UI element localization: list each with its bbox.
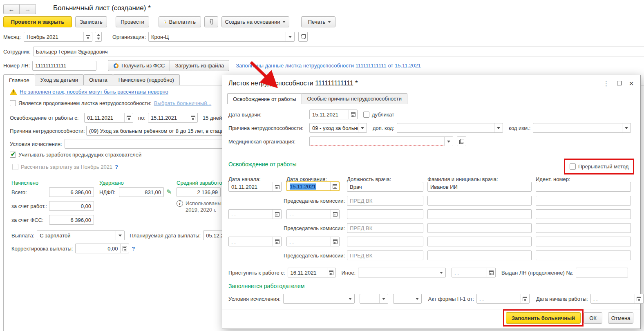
calc-cond-select-2[interactable] xyxy=(360,294,388,304)
payment-dropdown-button[interactable] xyxy=(116,231,124,240)
period2-end-field[interactable]: . . xyxy=(286,209,340,219)
prev-insurers-checkbox[interactable] xyxy=(10,152,16,158)
work-start-calendar[interactable] xyxy=(635,294,643,303)
adjustment-help[interactable]: ? xyxy=(132,246,135,252)
med-org-field[interactable] xyxy=(309,136,453,146)
filled-data-link[interactable]: Заполнены данные листка нетрудоспособнос… xyxy=(236,63,421,69)
resume-date-calendar[interactable] xyxy=(327,268,335,277)
ln-number-field[interactable]: 111111111111 xyxy=(32,61,96,71)
forward-button[interactable]: → xyxy=(20,4,36,14)
chairman1-position-field[interactable]: ПРЕД ВК xyxy=(347,196,423,206)
employer-part-field[interactable]: 0,00 xyxy=(49,201,94,211)
period2-start-field[interactable]: . . xyxy=(228,209,282,219)
period1-end-calendar[interactable] xyxy=(330,182,339,190)
dialog-more-button[interactable] xyxy=(603,81,610,87)
dialog-tab-exemption[interactable]: Освобождение от работы xyxy=(227,93,302,104)
other-select[interactable] xyxy=(358,268,446,277)
back-button[interactable]: ← xyxy=(3,4,20,14)
chairman1-ident-field[interactable] xyxy=(536,196,631,206)
organization-field[interactable]: Крон-Ц xyxy=(148,32,295,42)
chairman3-name-field[interactable] xyxy=(427,250,532,260)
tab-childcare[interactable]: Уход за детьми xyxy=(35,74,84,85)
period2-end-calendar[interactable] xyxy=(331,210,339,219)
ok-button[interactable]: ОК xyxy=(584,312,602,324)
fill-sickleave-button[interactable]: Заполнить больничный xyxy=(506,312,581,324)
period2-ident-field[interactable] xyxy=(536,209,631,219)
period3-ident-field[interactable] xyxy=(536,237,631,246)
med-org-open-button[interactable] xyxy=(457,136,466,146)
other-date-field[interactable]: . . xyxy=(452,268,496,277)
work-start-date-field[interactable]: . . xyxy=(590,294,644,304)
calc-cond-3-dropdown[interactable] xyxy=(413,294,421,303)
period3-start-calendar[interactable] xyxy=(273,237,281,246)
chairman2-name-field[interactable] xyxy=(427,223,532,233)
tab-payment[interactable]: Оплата xyxy=(83,74,113,85)
add-code-select[interactable] xyxy=(397,123,503,133)
continuation-checkbox[interactable] xyxy=(10,100,16,106)
intermittent-checkbox[interactable] xyxy=(570,163,576,170)
period2-start-calendar[interactable] xyxy=(273,210,281,219)
period1-doctor-field[interactable]: Иванов ИИ xyxy=(427,182,532,192)
warning-link[interactable]: Не заполнен стаж, пособия могут быть рас… xyxy=(20,89,168,95)
organization-open-button[interactable] xyxy=(298,32,308,42)
dlg-reason-select[interactable]: 09 - уход за больнь xyxy=(309,123,367,133)
organization-dropdown-button[interactable] xyxy=(286,32,294,41)
info-icon[interactable]: i xyxy=(177,200,183,207)
resume-date-field[interactable]: 16.11.2021 xyxy=(288,268,336,277)
period3-end-calendar[interactable] xyxy=(331,237,339,246)
month-stepper[interactable] xyxy=(95,32,102,42)
calc-salary-help[interactable]: ? xyxy=(115,164,118,170)
other-date-calendar[interactable] xyxy=(487,268,495,277)
other-dropdown[interactable] xyxy=(437,268,445,277)
total-field[interactable]: 6 396,00 xyxy=(49,187,94,197)
period3-position-field[interactable] xyxy=(347,237,423,246)
average-earnings-field[interactable]: 2 136,99 xyxy=(177,187,221,197)
period3-end-field[interactable]: . . xyxy=(286,237,340,246)
edit-pencil-icon[interactable]: ✎ xyxy=(166,189,172,195)
period1-end-field[interactable]: 15.11.2021 xyxy=(286,181,340,191)
calc-cond-select-3[interactable] xyxy=(393,294,422,304)
save-button[interactable]: Записать xyxy=(75,16,107,27)
period1-start-calendar[interactable] xyxy=(273,182,281,191)
exemption-to-field[interactable]: 15.11.2021 xyxy=(148,113,198,123)
dialog-close-button[interactable] xyxy=(629,81,634,86)
adjustment-calculator-button[interactable] xyxy=(120,244,129,253)
period2-doctor-field[interactable] xyxy=(427,209,532,219)
ndfl-field[interactable]: 831,00 xyxy=(119,187,164,197)
chairman3-position-field[interactable]: ПРЕД ВК xyxy=(347,250,423,260)
act-h1-date-field[interactable]: . . xyxy=(476,294,530,304)
calc-cond-2-dropdown[interactable] xyxy=(379,294,388,303)
dlg-reason-dropdown[interactable] xyxy=(358,123,367,132)
payment-select[interactable]: С зарплатой xyxy=(37,230,125,240)
post-button[interactable]: Провести xyxy=(116,16,149,27)
duplicate-checkbox[interactable] xyxy=(363,112,369,118)
get-from-fss-button[interactable]: Получить из ФСС xyxy=(108,60,170,71)
month-calendar-button[interactable] xyxy=(83,32,92,41)
tab-accrued-detail[interactable]: Начислено (подробно) xyxy=(113,74,180,85)
period3-doctor-field[interactable] xyxy=(427,237,532,246)
calc-cond-1-dropdown[interactable] xyxy=(346,294,354,303)
month-field[interactable]: Ноябрь 2021 xyxy=(24,32,92,42)
period2-position-field[interactable] xyxy=(347,209,423,219)
tab-main[interactable]: Главное xyxy=(3,74,35,85)
issue-date-calendar-button[interactable] xyxy=(349,110,357,119)
adjustment-field[interactable]: 0,00 xyxy=(75,244,129,253)
create-based-on-button[interactable]: Создать на основании xyxy=(221,16,289,27)
issue-date-field[interactable]: 15.11.2021 xyxy=(309,110,358,119)
code-change-select[interactable] xyxy=(533,123,631,133)
exemption-from-field[interactable]: 01.11.2021 xyxy=(84,113,133,123)
chairman3-ident-field[interactable] xyxy=(536,250,631,260)
dialog-tab-special-reasons[interactable]: Особые причины нетрудоспособности xyxy=(302,93,407,104)
load-from-file-button[interactable]: Загрузить из файла xyxy=(170,60,229,71)
cancel-button[interactable]: Отмена xyxy=(608,312,633,324)
issued-ln-field[interactable] xyxy=(576,268,628,277)
exemption-to-calendar-button[interactable] xyxy=(189,113,197,122)
chairman1-name-field[interactable] xyxy=(427,196,532,206)
employee-field[interactable]: Бальцер Герман Эдуардович xyxy=(33,47,644,56)
add-code-dropdown[interactable] xyxy=(494,123,503,132)
period1-start-field[interactable]: 01.11.2021 xyxy=(228,182,282,192)
exemption-from-calendar-button[interactable] xyxy=(124,113,133,122)
chairman2-position-field[interactable]: ПРЕД ВК xyxy=(347,223,423,233)
period1-ident-field[interactable] xyxy=(536,182,631,192)
post-and-close-button[interactable]: Провести и закрыть xyxy=(3,16,72,27)
